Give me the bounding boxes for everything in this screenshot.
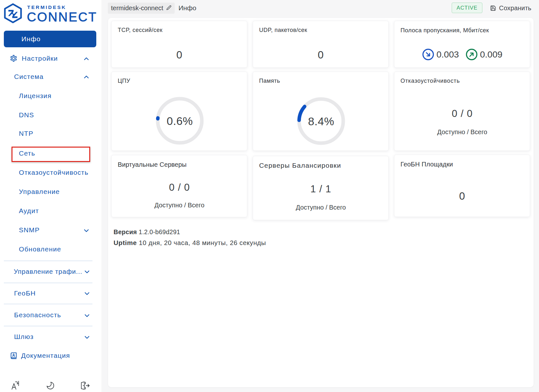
svg-text:CONNECT: CONNECT [27,10,96,23]
svg-text:TERMIDESK: TERMIDESK [27,4,66,10]
